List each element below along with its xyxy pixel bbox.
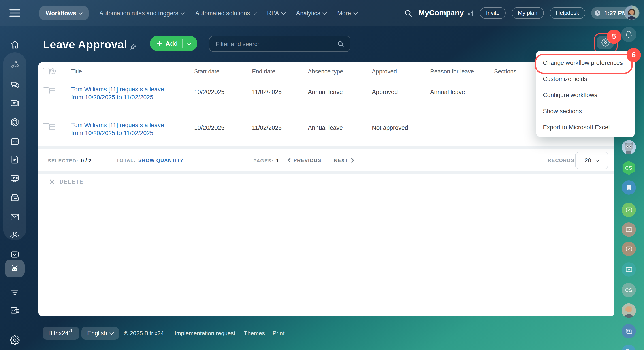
previous-page-button[interactable]: PREVIOUS: [287, 158, 321, 163]
news-feed-icon[interactable]: [10, 98, 20, 108]
global-search-icon[interactable]: [404, 9, 413, 17]
menu-configure-workflows[interactable]: Configure workflows: [543, 87, 597, 103]
crm-funnel-icon[interactable]: [10, 287, 20, 297]
pages-indicator: PAGES: 1: [253, 158, 279, 164]
row-menu-icon[interactable]: [49, 124, 56, 130]
nav-automation-rules[interactable]: Automation rules and triggers: [99, 10, 184, 16]
hr-people-icon[interactable]: [10, 230, 20, 240]
automation-robot-icon[interactable]: [10, 264, 20, 274]
menu-export-excel[interactable]: Export to Microsoft Excel: [543, 119, 610, 135]
annotation-badge-6: 6: [626, 48, 641, 62]
cell-start-date: 10/20/2025: [194, 124, 224, 131]
print-link[interactable]: Print: [272, 330, 284, 336]
drive-icon[interactable]: [10, 193, 20, 203]
bookmark-circle-icon[interactable]: [622, 180, 636, 195]
header-start-date[interactable]: Start date: [194, 68, 220, 75]
add-dropdown-caret[interactable]: [182, 42, 196, 45]
header-end-date[interactable]: End date: [252, 68, 275, 75]
nav-rpa[interactable]: RPA: [267, 10, 285, 16]
add-button[interactable]: Add: [150, 36, 197, 51]
cs-hexagon-badge[interactable]: CS: [622, 161, 636, 175]
tasks-icon[interactable]: [10, 249, 20, 259]
themes-link[interactable]: Themes: [244, 330, 265, 336]
row-menu-icon[interactable]: [49, 88, 56, 94]
total-counter: TOTAL: SHOW QUANTITY: [116, 158, 184, 163]
bitrix24-workflows-page: Workflows Automation rules and triggers …: [0, 0, 644, 350]
header-sections[interactable]: Sections: [494, 68, 516, 75]
copilot-icon[interactable]: [10, 117, 20, 127]
invite-button[interactable]: Invite: [480, 7, 506, 19]
next-page-button[interactable]: NEXT: [334, 158, 354, 163]
records-label: RECORDS:: [548, 158, 576, 163]
grid-separator: [38, 146, 614, 148]
cell-absence-type: Annual leave: [308, 88, 343, 95]
row-checkbox[interactable]: [42, 123, 50, 130]
header-absence-type[interactable]: Absence type: [308, 68, 343, 75]
header-reason[interactable]: Reason for leave: [430, 68, 474, 75]
delete-action-button[interactable]: DELETE: [50, 178, 84, 185]
plus-icon: [157, 40, 162, 46]
company-name[interactable]: MyCompany: [418, 8, 474, 18]
monitor-check-icon[interactable]: [622, 222, 636, 237]
contact-card-icon[interactable]: [622, 324, 636, 338]
nav-workflows[interactable]: Workflows: [40, 6, 88, 20]
mail-icon[interactable]: [10, 212, 20, 222]
notifications-bell-icon[interactable]: [621, 27, 636, 42]
network-icon[interactable]: [10, 60, 20, 70]
my-plan-button[interactable]: My plan: [512, 7, 544, 19]
monitor-check-icon[interactable]: [622, 203, 636, 217]
chevron-down-icon: [252, 10, 257, 14]
chevron-down-icon: [595, 158, 600, 162]
cell-approved: Approved: [372, 88, 398, 95]
row-title-link[interactable]: Tom Williams [11] requests a leave from …: [71, 86, 164, 102]
monitor-check-icon[interactable]: [622, 262, 636, 276]
user-photo-avatar[interactable]: [622, 304, 636, 318]
bitrix24-logo[interactable]: Bitrix24: [42, 327, 79, 340]
menu-show-sections[interactable]: Show sections: [543, 103, 582, 119]
left-sidebar: [0, 26, 30, 350]
main-menu-icon[interactable]: [8, 8, 21, 18]
home-icon[interactable]: [10, 40, 20, 50]
whiteboard-icon[interactable]: [10, 174, 20, 184]
show-quantity-link[interactable]: SHOW QUANTITY: [138, 158, 184, 163]
chevron-right-icon: [351, 158, 354, 163]
implementation-request-link[interactable]: Implementation request: [174, 330, 236, 336]
topbar-right-cluster: MyCompany Invite My plan Helpdesk 1:27 P…: [404, 0, 640, 26]
cell-approved: Not approved: [372, 124, 408, 131]
settings-dropdown-menu: Change workflow preferences Customize fi…: [536, 50, 635, 137]
grid-column-settings-icon[interactable]: [50, 68, 56, 74]
documents-icon[interactable]: [10, 155, 20, 165]
sidebar-divider: [9, 26, 20, 26]
cs-circle-badge[interactable]: CS: [622, 283, 636, 297]
filter-search-input[interactable]: [215, 40, 334, 48]
settings-gear-icon[interactable]: [10, 335, 20, 345]
header-title[interactable]: Title: [71, 68, 82, 75]
messenger-icon[interactable]: [10, 80, 20, 90]
monitor-check-icon[interactable]: [622, 242, 636, 256]
header-approved[interactable]: Approved: [372, 68, 397, 75]
rail-item-partial[interactable]: [622, 345, 636, 350]
helpdesk-button[interactable]: Helpdesk: [550, 7, 585, 19]
table-header-row: Title Start date End date Absence type A…: [38, 62, 614, 81]
nav-analytics[interactable]: Analytics: [296, 10, 326, 16]
planner-icon[interactable]: [10, 306, 20, 316]
nav-more[interactable]: More: [337, 10, 357, 16]
top-nav: Workflows Automation rules and triggers …: [40, 0, 357, 26]
close-icon: [50, 179, 54, 184]
cell-absence-type: Annual leave: [308, 124, 343, 131]
select-all-checkbox[interactable]: [42, 68, 50, 75]
language-select[interactable]: English: [82, 327, 119, 340]
calendar-icon[interactable]: [10, 136, 20, 146]
menu-customize-fields[interactable]: Customize fields: [543, 71, 587, 87]
nav-automated-solutions[interactable]: Automated solutions: [195, 10, 256, 16]
user-avatar[interactable]: [625, 6, 639, 20]
records-per-page-select[interactable]: 20: [575, 152, 608, 169]
menu-change-workflow-preferences[interactable]: Change workflow preferences: [543, 54, 623, 71]
search-icon[interactable]: [337, 40, 344, 48]
pin-icon[interactable]: [129, 43, 137, 50]
row-title-link[interactable]: Tom Williams [11] requests a leave from …: [71, 121, 164, 138]
copilot-cat-avatar[interactable]: [622, 140, 636, 154]
row-checkbox[interactable]: [42, 87, 50, 94]
cell-end-date: 11/02/2025: [252, 124, 282, 131]
cell-start-date: 10/20/2025: [194, 88, 224, 95]
